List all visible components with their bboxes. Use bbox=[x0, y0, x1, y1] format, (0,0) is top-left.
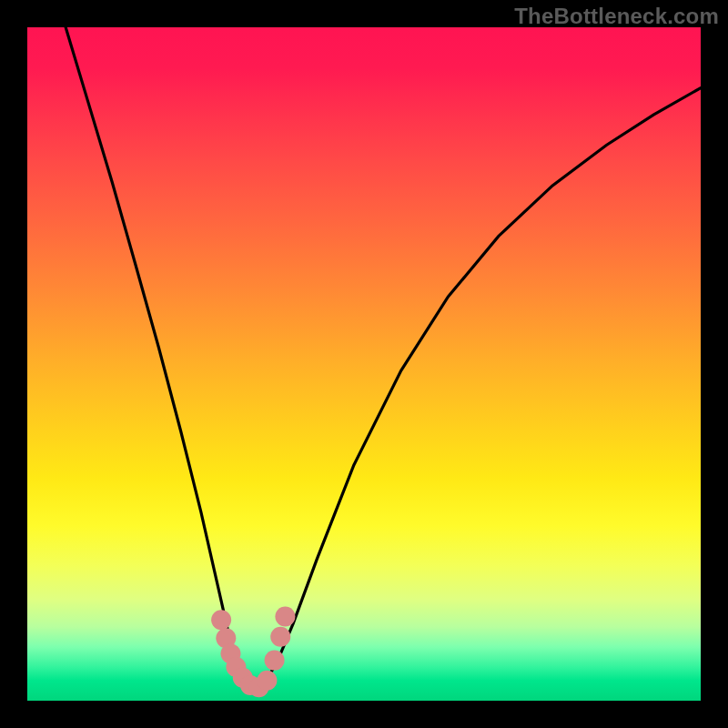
data-marker bbox=[211, 610, 231, 630]
watermark-text: TheBottleneck.com bbox=[514, 4, 719, 29]
curve-left-branch bbox=[66, 27, 256, 691]
data-marker bbox=[257, 671, 277, 691]
data-marker bbox=[265, 651, 285, 671]
plot-area bbox=[27, 27, 701, 701]
curve-right-branch bbox=[257, 88, 701, 691]
data-marker bbox=[275, 607, 295, 627]
data-marker bbox=[270, 627, 290, 647]
curves-svg bbox=[27, 27, 701, 701]
chart-frame: TheBottleneck.com bbox=[0, 0, 728, 728]
